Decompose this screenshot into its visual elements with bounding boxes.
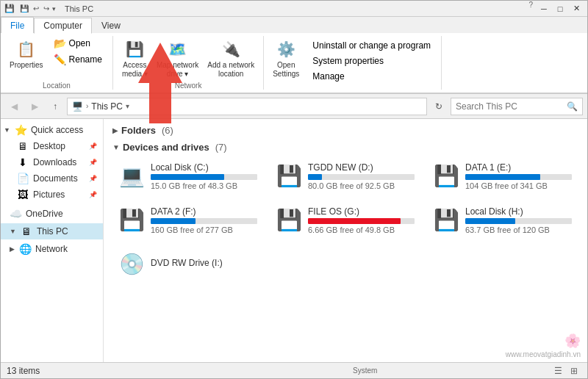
content-area: ▶ Folders (6) ▼ Devices and drives (7) 💻 — [104, 119, 587, 362]
expand-icon-pc: ▼ — [10, 228, 16, 235]
downloads-icon: ⬇ — [17, 156, 29, 168]
help-icon[interactable]: ? — [528, 1, 533, 17]
drive-h-info: Local Disk (H:) 63.7 GB free of 120 GB — [465, 206, 572, 234]
close-button[interactable]: ✕ — [568, 1, 584, 17]
drive-g[interactable]: 💾 FILE OS (G:) 6.66 GB free of 49.8 GB — [270, 201, 421, 239]
onedrive-icon: ☁️ — [10, 208, 21, 220]
desktop-label: Desktop — [33, 141, 65, 151]
window-controls: ? ─ □ ✕ — [528, 1, 584, 17]
address-box[interactable]: 🖥️ › This PC ▾ — [67, 98, 427, 115]
map-network-button[interactable]: 🗺️ Map networkdrive — [154, 36, 201, 80]
tab-computer[interactable]: Computer — [34, 18, 92, 34]
this-pc-icon: 🖥 — [21, 225, 32, 237]
drive-g-progress-bar — [308, 218, 415, 224]
qat-save[interactable]: 💾 — [18, 4, 30, 12]
search-box[interactable]: 🔍 — [451, 98, 583, 115]
main-area: ▼ ⭐ Quick access 🖥 Desktop 📌 ⬇ Downloads… — [1, 119, 587, 362]
qat-dropdown[interactable]: ▾ — [52, 5, 56, 12]
forward-button[interactable]: ▶ — [26, 98, 43, 115]
drive-d-name: TGDD NEW (D:) — [308, 162, 415, 173]
minimize-button[interactable]: ─ — [536, 1, 552, 17]
drive-f[interactable]: 💾 DATA 2 (F:) 160 GB free of 277 GB — [112, 201, 264, 239]
pin-icon: 📌 — [89, 142, 97, 150]
sidebar-item-pictures[interactable]: 🖼 Pictures 📌 — [1, 187, 103, 203]
sidebar-item-quick-access[interactable]: ▼ ⭐ Quick access — [1, 122, 103, 138]
uninstall-label: Uninstall or change a program — [312, 40, 431, 51]
drive-e-space: 104 GB free of 341 GB — [465, 181, 572, 190]
drive-dvd[interactable]: 💿 DVD RW Drive (I:) — [112, 245, 229, 281]
drive-f-progress-bar — [151, 218, 257, 224]
drive-c-fill — [151, 174, 224, 180]
drive-h-name: Local Disk (H:) — [465, 206, 572, 217]
folders-section: ▶ Folders (6) — [112, 125, 578, 136]
status-bar: 13 items ☰ ⊞ — [1, 362, 587, 378]
sidebar-item-downloads[interactable]: ⬇ Downloads 📌 — [1, 154, 103, 170]
system-props-button[interactable]: System properties — [308, 54, 435, 68]
pin-icon-dl: 📌 — [89, 159, 97, 166]
ribbon-location-items: 📋 Properties 📂 Open ✏️ Rename — [7, 36, 107, 80]
properties-icon: 📋 — [15, 37, 38, 61]
breadcrumb-dropdown[interactable]: ▾ — [126, 102, 129, 110]
ribbon-group-network: 💾 Accessmedia 🗺️ Map networkdrive 🔌 Add … — [113, 36, 264, 90]
network-group-label: Network — [175, 82, 202, 90]
drive-e[interactable]: 💾 DATA 1 (E:) 104 GB free of 341 GB — [427, 157, 578, 195]
manage-button[interactable]: Manage — [308, 70, 435, 83]
sidebar-item-onedrive[interactable]: ☁️ OneDrive — [1, 206, 103, 222]
add-network-button[interactable]: 🔌 Add a networklocation — [204, 36, 257, 80]
drive-h-space: 63.7 GB free of 120 GB — [465, 225, 572, 234]
folders-header[interactable]: ▶ Folders (6) — [112, 125, 578, 136]
network-label: Network — [35, 244, 68, 254]
properties-button[interactable]: 📋 Properties — [7, 36, 46, 71]
title-bar-title: This PC — [65, 4, 93, 13]
qat-redo[interactable]: ↪ — [42, 4, 51, 12]
drive-c-icon: 💻 — [119, 164, 145, 188]
open-label: Open — [69, 38, 90, 48]
drives-count: (7) — [215, 142, 227, 153]
downloads-label: Downloads — [33, 157, 76, 167]
folders-chevron: ▶ — [112, 126, 118, 134]
drive-d-progress-bar — [308, 174, 415, 180]
qat-undo[interactable]: ↩ — [32, 4, 40, 12]
drives-grid: 💻 Local Disk (C:) 15.0 GB free of 48.3 G… — [112, 157, 578, 239]
sidebar-item-documents[interactable]: 📄 Documents 📌 — [1, 170, 103, 187]
dvd-name: DVD RW Drive (I:) — [151, 258, 223, 268]
title-bar: 💾 💾 ↩ ↪ ▾ This PC ? ─ □ ✕ — [1, 1, 587, 17]
drive-e-icon: 💾 — [434, 164, 459, 188]
tab-file[interactable]: File — [1, 17, 34, 33]
uninstall-button[interactable]: Uninstall or change a program — [308, 39, 435, 52]
sidebar-item-network[interactable]: ▶ 🌐 Network — [1, 241, 103, 257]
grid-view-button[interactable]: ⊞ — [567, 364, 581, 378]
open-button[interactable]: 📂 Open — [49, 36, 107, 51]
drives-header[interactable]: ▼ Devices and drives (7) — [112, 142, 578, 153]
search-input[interactable] — [456, 101, 564, 112]
access-media-button[interactable]: 💾 Accessmedia — [119, 36, 151, 80]
maximize-button[interactable]: □ — [552, 1, 568, 17]
drive-d-fill — [308, 174, 322, 180]
drive-h-icon: 💾 — [434, 208, 459, 232]
sidebar: ▼ ⭐ Quick access 🖥 Desktop 📌 ⬇ Downloads… — [1, 119, 104, 362]
access-media-label: Accessmedia — [122, 61, 148, 79]
sidebar-item-desktop[interactable]: 🖥 Desktop 📌 — [1, 138, 103, 154]
drive-h[interactable]: 💾 Local Disk (H:) 63.7 GB free of 120 GB — [427, 201, 578, 239]
tab-view[interactable]: View — [92, 17, 130, 33]
up-button[interactable]: ↑ — [46, 98, 64, 115]
drive-g-name: FILE OS (G:) — [308, 206, 415, 217]
open-settings-button[interactable]: ⚙️ OpenSettings — [270, 36, 302, 80]
drive-h-fill — [465, 218, 515, 224]
pictures-label: Pictures — [33, 190, 65, 200]
items-count: 13 items — [7, 366, 40, 376]
drive-c[interactable]: 💻 Local Disk (C:) 15.0 GB free of 48.3 G… — [112, 157, 264, 195]
dvd-icon: 💿 — [119, 252, 145, 276]
drive-g-fill — [308, 218, 401, 224]
watermark-logo: 🌸 — [564, 333, 581, 349]
refresh-button[interactable]: ↻ — [430, 98, 448, 115]
map-network-label: Map networkdrive — [157, 61, 198, 79]
ribbon-content: 📋 Properties 📂 Open ✏️ Rename — [1, 33, 587, 93]
watermark: 🌸 www.meovatgiadinh.vn — [506, 333, 581, 358]
ribbon-group-system: ⚙️ OpenSettings Uninstall or change a pr… — [264, 36, 442, 90]
sidebar-item-this-pc[interactable]: ▼ 🖥 This PC — [1, 223, 103, 239]
back-button[interactable]: ◀ — [5, 98, 23, 115]
rename-button[interactable]: ✏️ Rename — [49, 52, 107, 67]
drive-d[interactable]: 💾 TGDD NEW (D:) 80.0 GB free of 92.5 GB — [270, 157, 421, 195]
list-view-button[interactable]: ☰ — [551, 364, 565, 378]
